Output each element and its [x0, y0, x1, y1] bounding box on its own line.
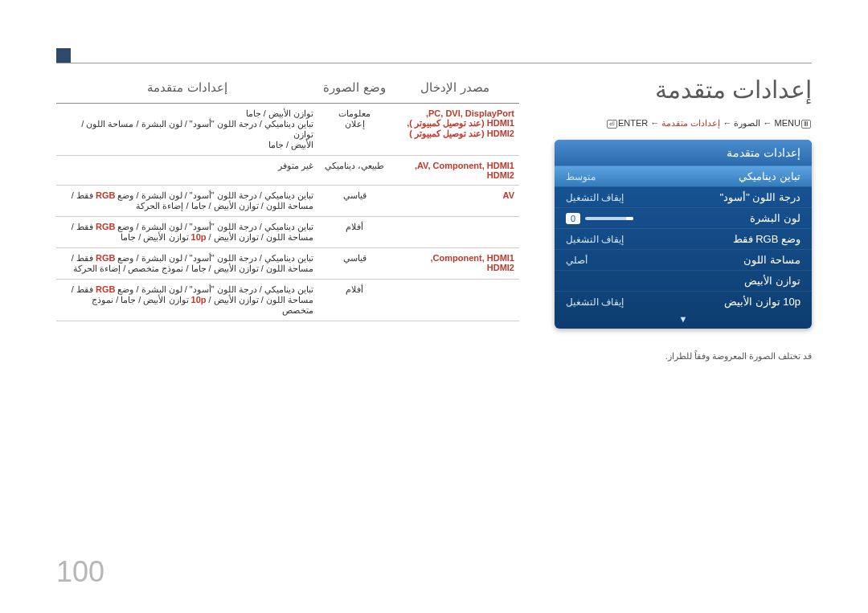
cell-settings: تباين ديناميكي / درجة اللون "أسود" / لون…: [56, 186, 318, 217]
table-row: AVقياسيتباين ديناميكي / درجة اللون "أسود…: [56, 186, 519, 217]
table-header-row: مصدر الإدخال وضع الصورة إعدادات متقدمة: [56, 76, 519, 104]
table-row: Component, HDMI1,HDMI2قياسيتباين ديناميك…: [56, 248, 519, 280]
cell-settings: تباين ديناميكي / درجة اللون "أسود" / لون…: [56, 217, 318, 248]
cell-mode: طبيعي، ديناميكي: [318, 156, 391, 186]
cell-source: [391, 217, 519, 248]
osd-row-label: لون البشرة: [750, 212, 800, 224]
cell-settings: توازن الأبيض / جاماتباين ديناميكي / درجة…: [56, 104, 318, 156]
menu-icon: Ⅲ: [801, 120, 811, 129]
osd-row-label: درجة اللون "أسود": [720, 191, 800, 203]
slider-value: 0: [566, 213, 580, 224]
page-number: 100: [56, 555, 104, 589]
osd-row-label: توازن الأبيض: [744, 275, 800, 287]
osd-row-value: 0: [566, 213, 633, 224]
osd-row[interactable]: درجة اللون "أسود"إيقاف التشغيل: [555, 186, 812, 207]
cell-settings: تباين ديناميكي / درجة اللون "أسود" / لون…: [56, 248, 318, 280]
cell-mode: معلوماتإعلان: [318, 104, 391, 156]
osd-row-value: متوسط: [566, 171, 596, 182]
cell-mode: أفلام: [318, 280, 391, 321]
table-row: أفلامتباين ديناميكي / درجة اللون "أسود" …: [56, 280, 519, 321]
osd-row-value: إيقاف التشغيل: [566, 192, 624, 203]
cell-source: AV, Component, HDMI1,HDMI2: [391, 156, 519, 186]
th-settings: إعدادات متقدمة: [56, 76, 318, 104]
top-rule: [56, 63, 812, 63]
osd-scroll-down-icon[interactable]: ▼: [555, 312, 812, 329]
corner-accent: [56, 48, 71, 63]
osd-row[interactable]: تباين ديناميكيمتوسط: [555, 166, 812, 186]
osd-row-label: 10p توازن الأبيض: [724, 296, 800, 308]
osd-row-label: مساحة اللون: [743, 254, 800, 266]
cell-mode: أفلام: [318, 217, 391, 248]
cell-source: PC, DVI, DisplayPort,HDMI1 (عند توصيل كم…: [391, 104, 519, 156]
cell-source: AV: [391, 186, 519, 217]
settings-table: مصدر الإدخال وضع الصورة إعدادات متقدمة P…: [56, 76, 519, 321]
osd-row-value: أصلي: [566, 255, 588, 266]
footnote: قد تختلف الصورة المعروضة وفقاً للطراز.: [538, 351, 812, 362]
cell-settings: تباين ديناميكي / درجة اللون "أسود" / لون…: [56, 280, 318, 321]
th-mode: وضع الصورة: [318, 76, 391, 104]
cell-source: [391, 280, 519, 321]
osd-title: إعدادات متقدمة: [555, 140, 812, 166]
osd-row[interactable]: 10p توازن الأبيضإيقاف التشغيل: [555, 291, 812, 312]
cell-settings: غير متوفر: [56, 156, 318, 186]
osd-panel: إعدادات متقدمة تباين ديناميكيمتوسطدرجة ا…: [555, 140, 812, 329]
cell-source: Component, HDMI1,HDMI2: [391, 248, 519, 280]
page-title: إعدادات متقدمة: [538, 76, 812, 104]
osd-row[interactable]: لون البشرة0: [555, 207, 812, 228]
osd-row-value: إيقاف التشغيل: [566, 296, 624, 308]
osd-row[interactable]: مساحة اللونأصلي: [555, 249, 812, 270]
table-row: PC, DVI, DisplayPort,HDMI1 (عند توصيل كم…: [56, 104, 519, 156]
osd-row[interactable]: توازن الأبيض: [555, 270, 812, 291]
slider[interactable]: [585, 217, 633, 220]
osd-row[interactable]: وضع RGB فقطإيقاف التشغيل: [555, 228, 812, 249]
table-row: AV, Component, HDMI1,HDMI2طبيعي، ديناميك…: [56, 156, 519, 186]
osd-row-label: تباين ديناميكي: [739, 170, 800, 182]
osd-row-value: إيقاف التشغيل: [566, 234, 624, 245]
cell-mode: قياسي: [318, 248, 391, 280]
osd-row-label: وضع RGB فقط: [733, 233, 800, 245]
enter-icon: ⏎: [607, 120, 617, 129]
table-row: أفلامتباين ديناميكي / درجة اللون "أسود" …: [56, 217, 519, 248]
th-source: مصدر الإدخال: [391, 76, 519, 104]
breadcrumb: ⅢMENU ← الصورة ← إعدادات متقدمة ← ENTER⏎: [538, 118, 812, 129]
cell-mode: قياسي: [318, 186, 391, 217]
